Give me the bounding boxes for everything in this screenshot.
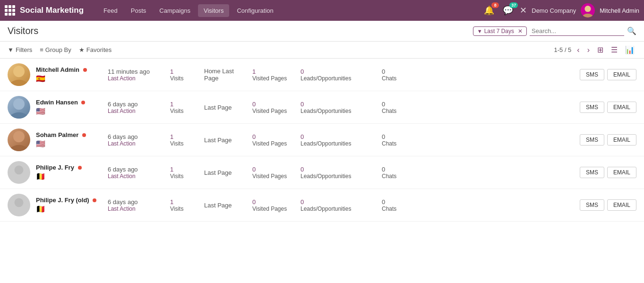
filters-button[interactable]: ▼ Filters (8, 46, 32, 53)
visitor-name[interactable]: Edwin Hansen (36, 99, 102, 106)
email-button[interactable]: EMAIL (607, 134, 636, 146)
row-actions: SMS EMAIL (580, 167, 636, 178)
leads-num[interactable]: 0 (301, 133, 376, 140)
email-button[interactable]: EMAIL (607, 167, 636, 178)
chats-num: 0 (382, 68, 420, 75)
visitor-name[interactable]: Philipe J. Fry (36, 164, 102, 171)
menu-feed[interactable]: Feed (98, 4, 123, 17)
last-action-col: 11 minutes ago Last Action (108, 68, 164, 82)
search-button[interactable]: 🔍 (627, 26, 636, 35)
last-action-col: 6 days ago Last Action (108, 198, 164, 212)
pagination-info: 1-5 / 5 (554, 46, 571, 53)
next-page-button[interactable]: › (585, 46, 592, 54)
visited-pages-num[interactable]: 0 (252, 101, 295, 108)
menu-visitors[interactable]: Visitors (198, 4, 229, 17)
visitor-name-col: Philipe J. Fry (old) 🇧🇪 (36, 197, 102, 214)
close-icon[interactable]: ✕ (520, 5, 527, 16)
chats-col: 0 Chats (382, 101, 420, 114)
sms-button[interactable]: SMS (580, 134, 604, 146)
avatar[interactable] (8, 161, 30, 184)
visits-num[interactable]: 1 (170, 101, 198, 108)
email-button[interactable]: EMAIL (607, 102, 636, 113)
leads-col: 0 Leads/Opportunities (301, 68, 376, 82)
last-action-time: 6 days ago (108, 166, 164, 173)
last-action-label[interactable]: Last Action (108, 108, 164, 114)
visits-num[interactable]: 1 (170, 166, 198, 173)
last-action-col: 6 days ago Last Action (108, 101, 164, 114)
email-button[interactable]: EMAIL (607, 69, 636, 80)
filter-remove-icon[interactable]: ✕ (518, 28, 523, 34)
online-indicator (81, 101, 85, 104)
search-input[interactable] (530, 26, 624, 36)
menu-campaigns[interactable]: Campaigns (154, 4, 196, 17)
avatar[interactable] (8, 63, 30, 86)
visited-pages-num[interactable]: 0 (252, 198, 295, 206)
leads-col: 0 Leads/Opportunities (301, 101, 376, 114)
visited-pages-num[interactable]: 0 (252, 133, 295, 140)
visits-label: Visits (170, 108, 198, 114)
online-indicator (82, 133, 86, 137)
svg-point-8 (15, 165, 24, 174)
leads-num[interactable]: 0 (301, 68, 376, 75)
last-page-col: Last Page (204, 202, 247, 209)
chats-col: 0 Chats (382, 166, 420, 180)
chart-view-button[interactable]: 📊 (623, 44, 636, 55)
leads-num[interactable]: 0 (301, 198, 376, 206)
sms-button[interactable]: SMS (580, 102, 604, 113)
email-button[interactable]: EMAIL (607, 199, 636, 211)
last-action-label[interactable]: Last Action (108, 173, 164, 180)
username[interactable]: Mitchell Admin (600, 7, 639, 14)
visitor-name[interactable]: Soham Palmer (36, 131, 102, 138)
table-row: Edwin Hansen 🇺🇸 6 days ago Last Action 1… (0, 91, 644, 124)
groupby-button[interactable]: ≡ Group By (40, 46, 71, 53)
sms-button[interactable]: SMS (580, 69, 604, 80)
filter-tag-label: Last 7 Days (484, 28, 514, 34)
svg-point-3 (9, 80, 29, 86)
visits-label: Visits (170, 173, 198, 180)
visitor-flag: 🇧🇪 (36, 205, 102, 214)
table-row: Mitchell Admin 🇪🇸 11 minutes ago Last Ac… (0, 59, 644, 91)
visitor-name[interactable]: Mitchell Admin (36, 66, 102, 73)
visited-pages-col: 0 Visited Pages (252, 101, 295, 114)
svg-point-2 (13, 66, 25, 77)
visitor-flag: 🇺🇸 (36, 107, 102, 116)
filter-tag-last7days[interactable]: ▼ Last 7 Days ✕ (473, 26, 527, 36)
prev-page-button[interactable]: ‹ (575, 46, 581, 54)
messages-button[interactable]: 💬 37 (501, 4, 515, 17)
apps-icon[interactable] (5, 5, 15, 16)
sms-button[interactable]: SMS (580, 167, 604, 178)
visits-num[interactable]: 1 (170, 68, 198, 75)
filter-bar: ▼ Last 7 Days ✕ 🔍 (473, 26, 636, 36)
visitor-name[interactable]: Philipe J. Fry (old) (36, 197, 102, 204)
visited-pages-num[interactable]: 0 (252, 166, 295, 173)
chats-num: 0 (382, 198, 420, 206)
avatar[interactable] (8, 194, 30, 216)
last-action-label[interactable]: Last Action (108, 140, 164, 147)
svg-point-11 (11, 209, 27, 214)
favorites-button[interactable]: ★ Favorites (79, 46, 112, 53)
avatar[interactable] (8, 129, 30, 151)
avatar[interactable] (8, 96, 30, 119)
chats-num: 0 (382, 101, 420, 108)
last-action-label[interactable]: Last Action (108, 75, 164, 82)
visitor-list: Mitchell Admin 🇪🇸 11 minutes ago Last Ac… (0, 59, 644, 222)
leads-num[interactable]: 0 (301, 166, 376, 173)
leads-num[interactable]: 0 (301, 101, 376, 108)
funnel-icon: ▼ (477, 28, 482, 34)
visited-pages-label: Visited Pages (252, 206, 295, 212)
list-view-button[interactable]: ☰ (609, 44, 619, 55)
notifications-button[interactable]: 🔔 8 (482, 4, 496, 17)
visits-num[interactable]: 1 (170, 198, 198, 206)
kanban-view-button[interactable]: ⊞ (595, 44, 605, 55)
avatar[interactable] (581, 3, 595, 17)
last-action-label[interactable]: Last Action (108, 206, 164, 212)
chats-label: Chats (382, 108, 420, 114)
visitor-flag: 🇺🇸 (36, 139, 102, 148)
menu-posts[interactable]: Posts (125, 4, 152, 17)
visits-num[interactable]: 1 (170, 133, 198, 140)
visited-pages-num[interactable]: 1 (252, 68, 295, 75)
visited-pages-col: 0 Visited Pages (252, 198, 295, 212)
menu-configuration[interactable]: Configuration (231, 4, 279, 17)
toolbar-left: ▼ Filters ≡ Group By ★ Favorites (8, 46, 546, 53)
sms-button[interactable]: SMS (580, 199, 604, 211)
